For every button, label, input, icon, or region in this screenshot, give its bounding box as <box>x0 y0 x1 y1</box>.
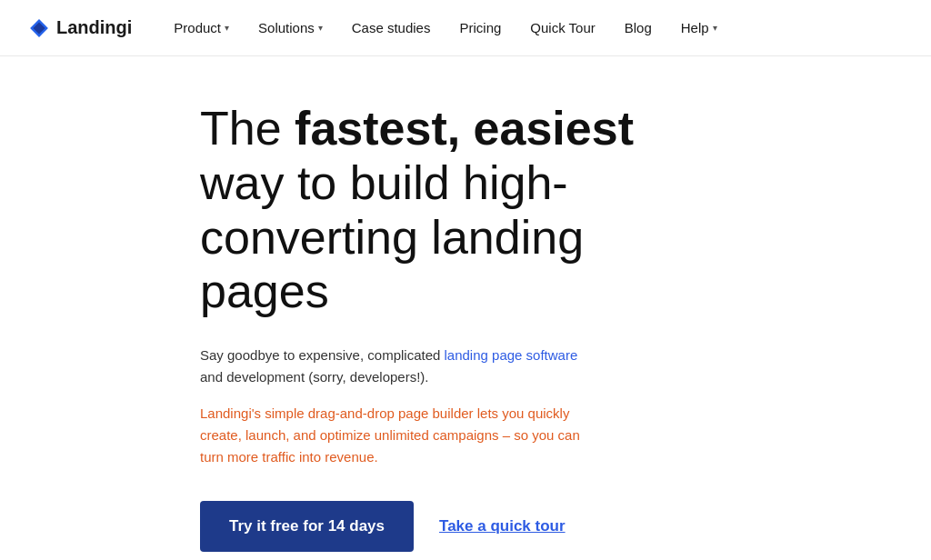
nav-item-blog: Blog <box>612 13 665 43</box>
nav-link-help[interactable]: Help ▾ <box>668 13 730 43</box>
landing-page-software-link[interactable]: landing page software <box>445 347 578 363</box>
chevron-down-icon: ▾ <box>225 23 229 33</box>
nav-menu: Product ▾ Solutions ▾ Case studies Prici… <box>161 13 729 43</box>
chevron-down-icon: ▾ <box>318 23 323 33</box>
logo[interactable]: Landingi <box>29 17 132 38</box>
logo-icon <box>29 18 49 38</box>
hero-subtext-1: Say goodbye to expensive, complicated la… <box>200 345 600 388</box>
nav-link-pricing[interactable]: Pricing <box>446 13 514 43</box>
nav-item-case-studies: Case studies <box>339 13 444 43</box>
cta-buttons-group: Try it free for 14 days Take a quick tou… <box>200 501 931 552</box>
nav-link-quick-tour[interactable]: Quick Tour <box>517 13 607 43</box>
nav-item-solutions: Solutions ▾ <box>245 13 335 43</box>
nav-link-case-studies[interactable]: Case studies <box>339 13 444 43</box>
hero-section: The fastest, easiest way to build high-c… <box>0 56 931 552</box>
nav-item-help: Help ▾ <box>668 13 730 43</box>
nav-item-product: Product ▾ <box>161 13 242 43</box>
nav-link-blog[interactable]: Blog <box>612 13 665 43</box>
nav-item-pricing: Pricing <box>446 13 514 43</box>
hero-headline: The fastest, easiest way to build high-c… <box>200 102 655 319</box>
try-free-button[interactable]: Try it free for 14 days <box>200 501 414 552</box>
chevron-down-icon: ▾ <box>713 23 717 33</box>
nav-link-product[interactable]: Product ▾ <box>161 13 242 43</box>
hero-subtext-2: Landingi's simple drag-and-drop page bui… <box>200 403 600 468</box>
navbar: Landingi Product ▾ Solutions ▾ Case stud… <box>0 0 931 56</box>
quick-tour-button[interactable]: Take a quick tour <box>439 517 566 535</box>
logo-text: Landingi <box>56 17 132 38</box>
nav-link-solutions[interactable]: Solutions ▾ <box>245 13 335 43</box>
nav-item-quick-tour: Quick Tour <box>517 13 607 43</box>
landingi-brand-link[interactable]: Landingi <box>200 405 252 421</box>
